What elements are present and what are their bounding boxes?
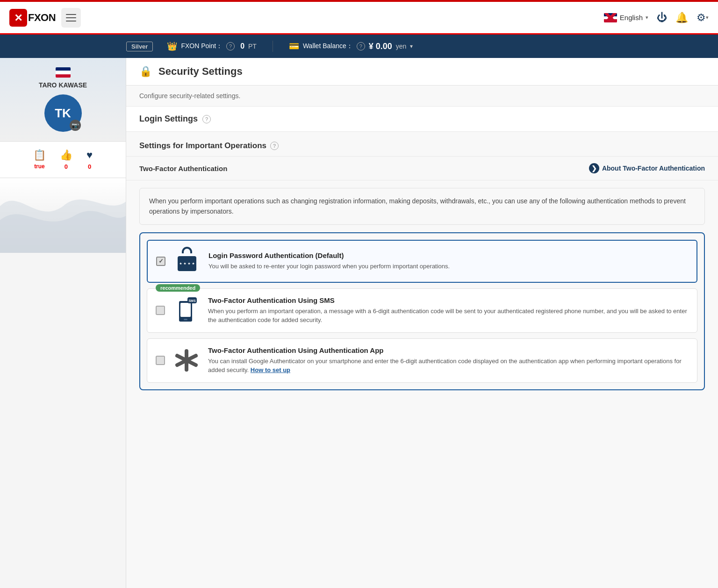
lock-dot-2 (184, 262, 187, 265)
svg-text:✕: ✕ (14, 12, 22, 24)
fxon-point-section: 👑 FXON Point： ? 0 PT (167, 41, 257, 51)
stat-likes-count: 0 (65, 163, 68, 170)
lock-dots (180, 262, 195, 265)
auth-app-svg (175, 349, 198, 372)
hamburger-line-2 (66, 17, 76, 18)
auth-option-sms-checkbox[interactable] (156, 306, 165, 315)
auth-option-sms-text: Two-Factor Authentication Using SMS When… (208, 296, 689, 325)
stat-completed-label: true (34, 163, 45, 170)
fxon-point-help-icon[interactable]: ? (226, 42, 235, 50)
auth-option-sms[interactable]: recommended SMS (147, 288, 697, 333)
sms-icon-wrap: SMS (176, 297, 197, 324)
auth-option-app[interactable]: Two-Factor Authentication Using Authenti… (147, 338, 697, 383)
logo-icon: ✕ (9, 9, 27, 27)
sidebar-profile: TARO KAWASE TK 📷 (0, 58, 126, 142)
account-bar-divider (273, 41, 273, 52)
login-settings-section: Login Settings ? (126, 107, 718, 132)
how-to-setup-link[interactable]: How to set up (251, 366, 290, 373)
stat-completed: 📋 true (33, 149, 46, 170)
about-two-factor-link[interactable]: ❯ About Two-Factor Authentication (589, 163, 705, 173)
uk-flag-icon (604, 13, 617, 22)
lock-icon: 🔒 (139, 65, 152, 78)
profile-flag-icon (56, 67, 71, 78)
language-chevron-icon: ▾ (646, 14, 648, 21)
wallet-help-icon[interactable]: ? (357, 42, 365, 50)
settings-chevron-icon: ▾ (706, 14, 709, 21)
wave-svg (0, 178, 126, 253)
auth-option-app-text: Two-Factor Authentication Using Authenti… (208, 346, 689, 375)
hamburger-line-3 (66, 21, 76, 22)
power-icon: ⏻ (657, 12, 667, 24)
settings-button[interactable]: ⚙ ▾ (696, 12, 709, 24)
fxon-point-label: FXON Point： (181, 42, 223, 50)
wallet-balance-section: 💳 Wallet Balance： ? ¥ 0.00 yen ▾ (289, 41, 413, 51)
logo-area: ✕ FXON (9, 8, 81, 28)
crown-icon: 👑 (167, 41, 177, 51)
info-box: When you perform important operations su… (139, 188, 705, 225)
hamburger-line-1 (66, 14, 76, 15)
clipboard-check-icon: 📋 (33, 149, 46, 161)
avatar: TK 📷 (44, 94, 82, 132)
auth-option-password-text: Login Password Authentication (Default) … (208, 251, 450, 271)
info-text: When you perform important operations su… (149, 197, 686, 215)
main-content: 🔒 Security Settings Configure security-r… (126, 58, 718, 588)
about-two-factor-label: About Two-Factor Authentication (602, 165, 705, 172)
subtitle-bar: Configure security-related settings. (126, 86, 718, 107)
hamburger-button[interactable] (61, 8, 81, 28)
login-settings-label: Login Settings (139, 114, 198, 124)
logo-text: FXON (28, 12, 56, 24)
stat-hearts-count: 0 (88, 163, 91, 170)
auth-option-app-checkbox[interactable] (156, 356, 165, 365)
lock-shackle (182, 247, 192, 253)
tier-badge: Silver (126, 42, 153, 51)
auth-option-password-description: You will be asked to re-enter your login… (208, 262, 450, 271)
password-lock-icon (178, 251, 196, 271)
account-bar-content: Silver 👑 FXON Point： ? 0 PT 💳 Wallet Bal… (126, 41, 709, 52)
language-label: English (620, 14, 643, 22)
auth-option-password-icon (174, 248, 200, 274)
login-settings-help-icon[interactable]: ? (202, 115, 211, 123)
account-bar: Silver 👑 FXON Point： ? 0 PT 💳 Wallet Bal… (0, 35, 718, 58)
auth-option-sms-title: Two-Factor Authentication Using SMS (208, 296, 689, 304)
notification-button[interactable]: 🔔 (675, 12, 688, 24)
main-layout: TARO KAWASE TK 📷 📋 true 👍 0 ♥ 0 (0, 58, 718, 588)
auth-option-sms-icon: SMS (173, 297, 200, 323)
wallet-label: Wallet Balance： (303, 42, 353, 50)
auth-option-sms-description: When you perform an important operation,… (208, 307, 689, 325)
auth-option-password-checkbox[interactable] (156, 257, 165, 266)
wallet-dropdown-icon[interactable]: ▾ (410, 43, 413, 50)
auth-option-app-title: Two-Factor Authentication Using Authenti… (208, 346, 689, 354)
auth-options-container: Login Password Authentication (Default) … (139, 232, 705, 390)
two-factor-label: Two-Factor Authentication (139, 165, 227, 172)
auth-option-password[interactable]: Login Password Authentication (Default) … (147, 240, 697, 283)
camera-badge-icon[interactable]: 📷 (70, 120, 81, 131)
fxon-logo: ✕ FXON (9, 9, 56, 27)
auth-option-app-description: You can install Google Authenticator on … (208, 357, 689, 375)
stat-hearts: ♥ 0 (86, 149, 93, 170)
wallet-value: ¥ 0.00 (369, 42, 392, 51)
svg-rect-3 (180, 303, 191, 317)
heart-icon: ♥ (86, 149, 93, 161)
fxon-point-value: 0 (240, 42, 244, 50)
lock-body (178, 256, 196, 271)
important-ops-section: Settings for Important Operations ? Two-… (126, 132, 718, 390)
stat-likes: 👍 0 (60, 149, 72, 170)
fxon-point-unit: PT (248, 43, 257, 50)
sidebar-stats: 📋 true 👍 0 ♥ 0 (0, 142, 126, 178)
important-ops-help-icon[interactable]: ? (270, 142, 279, 150)
profile-name: TARO KAWASE (9, 81, 116, 89)
top-nav-right: English ▾ ⏻ 🔔 ⚙ ▾ (604, 12, 709, 24)
thumbs-up-icon: 👍 (60, 149, 72, 161)
about-link-circle-icon: ❯ (589, 163, 599, 173)
power-button[interactable]: ⏻ (657, 12, 667, 24)
auth-option-password-title: Login Password Authentication (Default) (208, 251, 450, 259)
phone-svg: SMS (176, 297, 197, 323)
bell-icon: 🔔 (675, 12, 688, 24)
svg-text:SMS: SMS (188, 299, 196, 302)
top-nav: ✕ FXON English ▾ ⏻ 🔔 ⚙ ▾ (0, 2, 718, 35)
lock-dot-4 (192, 262, 195, 265)
language-selector[interactable]: English ▾ (604, 13, 648, 22)
subtitle-text: Configure security-related settings. (139, 92, 240, 100)
auth-option-app-icon (173, 347, 200, 373)
wallet-unit: yen (396, 43, 407, 50)
